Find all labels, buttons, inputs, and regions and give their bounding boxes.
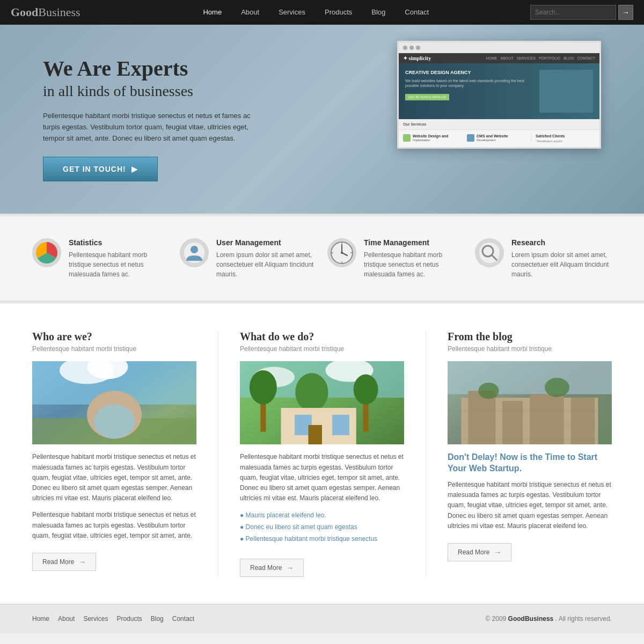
logo-bold: Good [11, 5, 38, 19]
feature-research-body: Lorem ipsum dolor sit amet amet, consect… [511, 250, 612, 279]
feature-time-title: Time Management [364, 238, 464, 247]
readmore-arrow-icon: → [286, 564, 294, 572]
feature-statistics: Statistics Pellentesque habitant morb tr… [32, 238, 169, 279]
nav-blog[interactable]: Blog [362, 0, 395, 25]
mockup-logo: ✦ simplicity [403, 55, 431, 61]
feature-statistics-title: Statistics [69, 238, 169, 247]
logo-light: Business [38, 5, 80, 19]
col-who-image [32, 361, 196, 444]
footer-brand: GoodBusiness [508, 615, 554, 623]
svg-point-2 [191, 246, 198, 253]
list-item: Mauris placerat eleifend leo. [240, 510, 404, 522]
hero-body: Pellentesque habitant morbi tristique se… [43, 111, 268, 144]
svg-rect-41 [571, 398, 595, 444]
magnifier-icon [475, 238, 504, 267]
col-blog-readmore-label: Read More [458, 548, 489, 556]
hero-headline2: in all kinds of businesses [43, 83, 365, 100]
main-nav: Home About Services Products Blog Contac… [102, 0, 530, 25]
readmore-arrow-icon: → [494, 548, 501, 557]
footer: Home About Services Products Blog Contac… [0, 604, 644, 633]
col-blog-post-title: Don't Delay! Now is the Time to Start Yo… [448, 452, 612, 474]
hero-text: We Are Experts in all kinds of businesse… [43, 52, 365, 181]
svg-point-28 [295, 373, 328, 411]
col-what-subtitle: Pellentesque habitant morbi tristique [240, 345, 404, 353]
search-area: → [530, 5, 633, 20]
nav-products[interactable]: Products [315, 0, 362, 25]
feature-time-body: Pellentesque habitant morb tristique sen… [364, 250, 464, 279]
col-who: Who are we? Pellentesque habitant morbi … [32, 331, 196, 577]
svg-point-46 [545, 378, 569, 397]
nav-home[interactable]: Home [193, 0, 231, 25]
footer-nav-products[interactable]: Products [116, 615, 142, 623]
col-blog-para1: Pellentesque habitant morbi tristique se… [448, 480, 612, 531]
footer-nav-about[interactable]: About [58, 615, 75, 623]
col-blog-image [448, 361, 612, 444]
nav-about[interactable]: About [231, 0, 269, 25]
col-who-heading: Who are we? [32, 331, 196, 343]
col-what-para1: Pellentesque habitant morbi tristique se… [240, 452, 404, 503]
user-icon [180, 238, 209, 267]
pie-chart-icon [32, 238, 61, 267]
svg-rect-36 [448, 361, 612, 394]
col-who-para1: Pellentesque habitant morbi tristique se… [32, 452, 196, 503]
svg-rect-38 [468, 391, 495, 445]
feature-research: Research Lorem ipsum dolor sit amet amet… [475, 238, 612, 279]
hero-headline1: We Are Experts [43, 57, 365, 80]
footer-rights: . All rights reserved. [555, 615, 612, 623]
feature-time-management: Time Management Pellentesque habitant mo… [327, 238, 464, 279]
search-input[interactable] [530, 5, 616, 20]
svg-point-45 [478, 383, 499, 399]
footer-nav-contact[interactable]: Contact [172, 615, 194, 623]
logo: GoodBusiness [11, 5, 80, 19]
col-what-readmore-label: Read More [250, 564, 282, 572]
feature-user-title: User Management [216, 238, 317, 247]
footer-copyright: © 2009 GoodBusiness . All rights reserve… [485, 615, 612, 623]
col-what-heading: What do we do? [240, 331, 404, 343]
content-section: Who are we? Pellentesque habitant morbi … [0, 304, 644, 604]
col-blog-subtitle: Pellentesque habitant morbi tristique [448, 345, 612, 353]
col-what-image [240, 361, 404, 444]
footer-nav-services[interactable]: Services [83, 615, 108, 623]
col-what-readmore-button[interactable]: Read More → [240, 559, 304, 577]
hero-cta-arrow-icon: ▶ [131, 165, 138, 173]
footer-copyright-year: © 2009 [485, 615, 506, 623]
col-blog: From the blog Pellentesque habitant morb… [426, 331, 612, 577]
col-who-readmore-label: Read More [42, 558, 74, 566]
col-blog-heading: From the blog [448, 331, 612, 343]
svg-rect-40 [530, 394, 564, 444]
footer-nav: Home About Services Products Blog Contac… [32, 615, 194, 623]
svg-rect-33 [332, 415, 349, 435]
search-button[interactable]: → [618, 5, 633, 20]
feature-user-body: Lorem ipsum dolor sit amet amet, consect… [216, 250, 317, 279]
readmore-arrow-icon: → [78, 558, 86, 566]
footer-nav-home[interactable]: Home [32, 615, 49, 623]
list-item: Pellentesque habitant morbi tristique se… [240, 533, 404, 545]
header: GoodBusiness Home About Services Product… [0, 0, 644, 25]
hero-cta-button[interactable]: GET IN TOUCH! ▶ [43, 157, 158, 181]
list-item: Donec eu libero sit amet quam egestas [240, 522, 404, 533]
col-blog-readmore-button[interactable]: Read More → [448, 543, 511, 561]
svg-rect-34 [309, 425, 323, 444]
clock-icon [327, 238, 356, 267]
footer-nav-blog[interactable]: Blog [151, 615, 164, 623]
feature-research-title: Research [511, 238, 612, 247]
col-what: What do we do? Pellentesque habitant mor… [218, 331, 404, 577]
col-who-readmore-button[interactable]: Read More → [32, 553, 96, 571]
svg-point-26 [250, 370, 277, 405]
feature-statistics-body: Pellentesque habitant morb tristique sen… [69, 250, 169, 279]
hero-section: We Are Experts in all kinds of businesse… [0, 25, 644, 214]
features-section: Statistics Pellentesque habitant morb tr… [0, 217, 644, 301]
hero-mockup-image: ✦ simplicity HOME ABOUT SERVICES PORTFOL… [397, 41, 601, 149]
nav-contact[interactable]: Contact [395, 0, 438, 25]
col-who-subtitle: Pellentesque habitant morbi tristique [32, 345, 196, 353]
col-what-list: Mauris placerat eleifend leo. Donec eu l… [240, 510, 404, 545]
feature-user-management: User Management Lorem ipsum dolor sit am… [180, 238, 317, 279]
col-who-para2: Pellentesque habitant morbi tristique se… [32, 510, 196, 541]
svg-point-30 [354, 375, 378, 405]
hero-cta-label: GET IN TOUCH! [63, 165, 126, 173]
svg-rect-39 [502, 401, 523, 445]
svg-rect-20 [94, 405, 135, 439]
nav-services[interactable]: Services [269, 0, 315, 25]
